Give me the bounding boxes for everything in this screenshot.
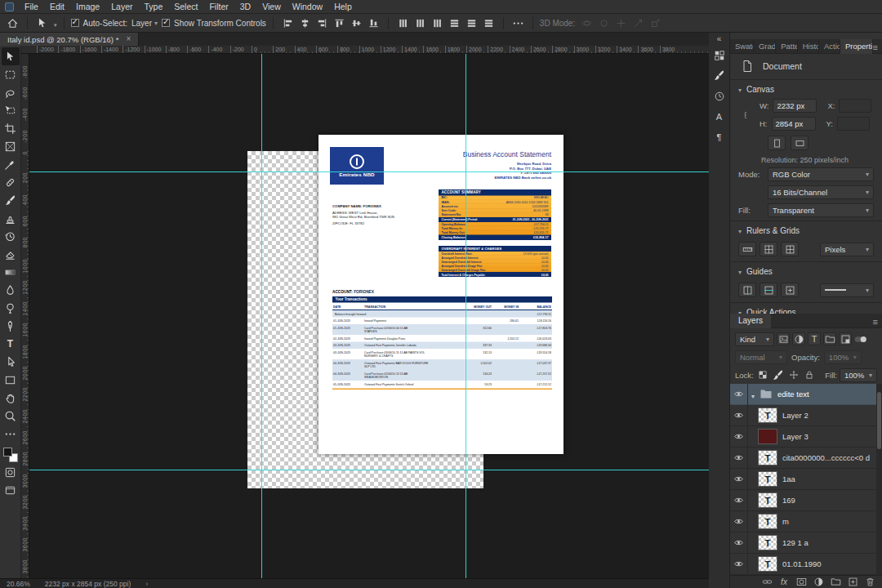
align-middle-button[interactable] xyxy=(349,16,364,31)
layer-row-layer-3[interactable]: Layer 3 xyxy=(730,426,876,448)
filter-group-layers-icon[interactable] xyxy=(823,332,836,345)
layer-filter-kind-dropdown[interactable]: Kind xyxy=(735,332,774,346)
menu-3d[interactable]: 3D xyxy=(234,0,256,13)
align-bottom-button[interactable] xyxy=(366,16,381,31)
guide-style-dropdown[interactable] xyxy=(820,283,874,297)
move-tool[interactable] xyxy=(2,47,20,65)
layer-row-1aa[interactable]: 1aa xyxy=(730,469,876,490)
add-mask-icon[interactable] xyxy=(795,577,807,588)
menu-edit[interactable]: Edit xyxy=(44,0,70,13)
gradient-tool[interactable] xyxy=(2,263,20,281)
paragraph-panel-icon[interactable]: ¶ xyxy=(710,127,729,147)
menu-view[interactable]: View xyxy=(256,0,287,13)
layer-thumbnail[interactable] xyxy=(758,429,777,444)
guide-horizontal-1[interactable] xyxy=(29,172,709,172)
statement-document-layer[interactable]: Emirates NBD Business Account Statement … xyxy=(318,135,564,454)
menu-image[interactable]: Image xyxy=(70,0,105,13)
dist-v-center-button[interactable] xyxy=(412,16,428,31)
close-tab-icon[interactable]: × xyxy=(126,35,131,43)
layer-thumbnail[interactable] xyxy=(758,408,777,423)
layer-row-m[interactable]: m xyxy=(730,511,876,532)
pen-tool[interactable] xyxy=(2,317,20,335)
zoom-tool[interactable] xyxy=(2,407,20,425)
move-tool-preset-icon[interactable] xyxy=(34,16,50,31)
status-chevron-icon[interactable] xyxy=(145,580,148,588)
menu-window[interactable]: Window xyxy=(287,0,328,13)
align-top-button[interactable] xyxy=(332,16,347,31)
adjustment-layer-icon[interactable] xyxy=(813,577,824,588)
brush-tool[interactable] xyxy=(2,191,20,209)
layer-row-layer-2[interactable]: Layer 2 xyxy=(730,405,876,426)
objsel-tool[interactable] xyxy=(2,101,20,119)
swatches-panel-icon[interactable] xyxy=(710,45,729,65)
layer-thumbnail[interactable] xyxy=(758,556,777,572)
hand-tool[interactable] xyxy=(2,389,20,407)
link-layers-icon[interactable] xyxy=(761,577,773,588)
align-right-button[interactable] xyxy=(314,16,330,31)
new-guide-layout-icon[interactable] xyxy=(781,283,799,297)
guide-horizontal-2[interactable] xyxy=(29,470,709,470)
guide-vertical-1[interactable] xyxy=(261,54,262,578)
layer-visibility-toggle[interactable] xyxy=(730,384,748,405)
character-panel-icon[interactable]: A xyxy=(710,106,729,127)
frame-tool[interactable] xyxy=(2,137,20,155)
layer-thumbnail[interactable] xyxy=(758,492,777,508)
canvas-area[interactable]: -800-600-400-200020040060080010001200140… xyxy=(21,54,709,578)
layer-row-edite-text[interactable]: edite text xyxy=(730,384,876,405)
tab-histo[interactable]: Histo xyxy=(798,39,819,54)
menu-file[interactable]: File xyxy=(19,0,44,13)
vertical-ruler[interactable]: -800-600-400-200020040060080010001200140… xyxy=(21,54,29,578)
lock-all-icon[interactable] xyxy=(803,368,816,381)
dist-v-left-button[interactable] xyxy=(395,16,411,31)
blend-mode-dropdown[interactable]: Normal xyxy=(735,350,787,364)
chevron-down-icon[interactable] xyxy=(748,387,758,402)
units-dropdown[interactable]: Pixels xyxy=(820,243,874,256)
screen-mode-button[interactable] xyxy=(2,481,20,499)
dist-h-bottom-button[interactable] xyxy=(481,16,497,31)
canvas-height-field[interactable]: 2854 px xyxy=(772,117,816,131)
toggle-grid-icon[interactable] xyxy=(760,242,777,256)
layer-thumbnail[interactable] xyxy=(758,471,777,487)
filter-smart-objects-icon[interactable] xyxy=(839,332,852,345)
layer-thumbnail[interactable] xyxy=(758,535,777,550)
filter-adjustment-layers-icon[interactable] xyxy=(792,332,805,345)
orientation-landscape-button[interactable] xyxy=(791,136,808,150)
tab-actio[interactable]: Actio xyxy=(819,39,840,54)
layer-visibility-toggle[interactable] xyxy=(730,469,748,490)
rulers-grids-section-header[interactable]: Rulers & Grids xyxy=(730,223,882,238)
layer-row-169[interactable]: 169 xyxy=(730,490,876,511)
new-group-icon[interactable] xyxy=(830,577,841,588)
edit-toolbar-icon[interactable] xyxy=(2,425,20,443)
type-tool[interactable]: T xyxy=(2,335,20,353)
layer-row-cita0000000-cccccc-0-d[interactable]: cita0000000...cccccc<0 d xyxy=(730,448,876,469)
delete-layer-icon[interactable] xyxy=(864,577,875,588)
lock-transparency-icon[interactable] xyxy=(756,368,769,381)
home-icon[interactable] xyxy=(5,16,20,31)
horizontal-guide-icon[interactable] xyxy=(760,283,777,297)
pathsel-tool[interactable] xyxy=(2,353,20,371)
canvas-fill-dropdown[interactable]: Transparent xyxy=(768,203,874,217)
rect-tool[interactable] xyxy=(2,371,20,389)
canvas-section-header[interactable]: Canvas xyxy=(730,82,882,97)
show-transform-checkbox[interactable] xyxy=(162,19,170,27)
layer-visibility-toggle[interactable] xyxy=(730,532,748,554)
dist-h-middle-button[interactable] xyxy=(464,16,479,31)
quick-mask-button[interactable] xyxy=(2,463,20,481)
document-tab[interactable]: Italy id.psd @ 20.7% (RGB/16) * × xyxy=(0,33,139,46)
tool-preset-chevron-icon[interactable] xyxy=(54,16,57,30)
menu-type[interactable]: Type xyxy=(138,0,168,13)
bit-depth-dropdown[interactable]: 16 Bits/Channel xyxy=(768,185,874,199)
toggle-rulers-icon[interactable] xyxy=(738,242,756,256)
dist-h-top-button[interactable] xyxy=(447,16,462,31)
clone-tool[interactable] xyxy=(2,209,20,227)
align-center-h-button[interactable] xyxy=(297,16,313,31)
layer-row-01-01-1990[interactable]: 01.01.1990 xyxy=(730,554,876,575)
layer-visibility-toggle[interactable] xyxy=(730,405,748,426)
heal-tool[interactable] xyxy=(2,173,20,191)
color-mode-dropdown[interactable]: RGB Color xyxy=(768,167,874,181)
layer-filter-toggle[interactable] xyxy=(854,332,867,345)
layer-thumbnail[interactable] xyxy=(758,514,777,529)
history-panel-icon[interactable] xyxy=(710,86,729,106)
crop-tool[interactable] xyxy=(2,119,20,137)
expand-panels-icon[interactable] xyxy=(709,33,729,45)
